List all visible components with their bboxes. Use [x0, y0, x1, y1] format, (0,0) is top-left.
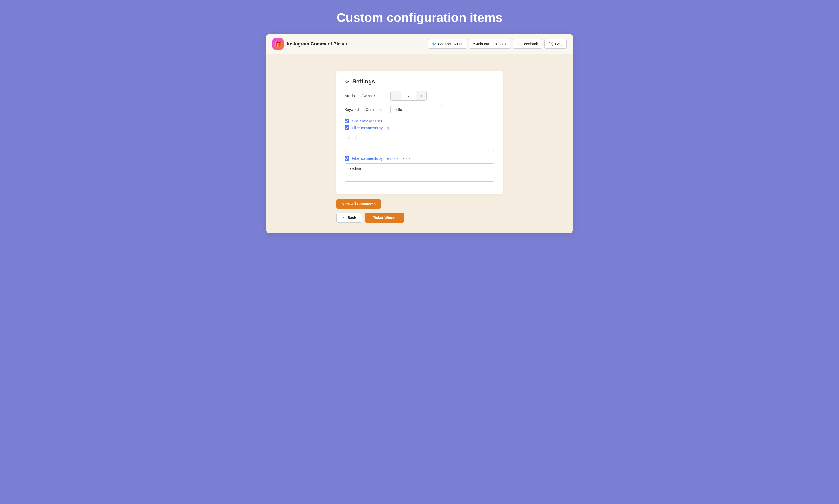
winner-count-value: 2	[401, 92, 416, 100]
app-logo: 🎁 Instagram Comment Picker	[272, 38, 347, 50]
decrement-button[interactable]: −	[391, 91, 401, 100]
keywords-label: Keywords In Comment	[345, 108, 386, 112]
number-input-group: − 2 +	[390, 91, 427, 101]
settings-title: Settings	[353, 78, 375, 85]
mentions-textarea[interactable]: jaychou	[345, 163, 494, 182]
back-button[interactable]: ← Back	[336, 213, 362, 223]
gear-icon: ⚙	[345, 78, 350, 85]
filter-mentions-label[interactable]: Filter comments by mentions friends	[352, 156, 410, 161]
filter-tags-label[interactable]: Filter comments by tags	[352, 126, 391, 130]
app-logo-icon: 🎁	[272, 38, 284, 50]
number-of-winner-label: Number Of Winner	[345, 94, 386, 98]
app-name: Instagram Comment Picker	[287, 41, 347, 47]
app-header: 🎁 Instagram Comment Picker 🐦 Chat on Twi…	[266, 34, 573, 54]
faq-label: FAQ	[555, 42, 562, 46]
facebook-icon: f	[473, 42, 475, 46]
one-entry-label[interactable]: One entry per user	[352, 119, 382, 123]
facebook-button[interactable]: f Join our Facebook	[469, 39, 511, 49]
bottom-buttons: ← Back Picker Winner	[336, 213, 503, 223]
filter-tags-row: Filter comments by tags	[345, 125, 494, 130]
feedback-icon: ✈	[517, 42, 520, 46]
filter-tags-checkbox[interactable]	[345, 125, 349, 130]
one-entry-checkbox[interactable]	[345, 119, 349, 123]
keywords-row: Keywords In Comment	[345, 105, 494, 114]
back-label: Back	[347, 216, 356, 220]
tags-textarea[interactable]: good	[345, 133, 494, 151]
faq-icon: ?	[549, 41, 553, 46]
number-of-winner-row: Number Of Winner − 2 +	[345, 91, 494, 101]
filter-mentions-row: Filter comments by mentions friends	[345, 156, 494, 161]
facebook-label: Join our Facebook	[476, 42, 506, 46]
app-window: 🎁 Instagram Comment Picker 🐦 Chat on Twi…	[266, 34, 573, 233]
picker-winner-button[interactable]: Picker Winner	[365, 213, 404, 223]
back-arrow-icon[interactable]: ←	[276, 60, 281, 66]
feedback-button[interactable]: ✈ Feedback	[513, 39, 542, 49]
twitter-button[interactable]: 🐦 Chat on Twitter	[428, 39, 467, 49]
one-entry-row: One entry per user	[345, 119, 494, 123]
view-all-comments-button[interactable]: View All Comments	[336, 199, 381, 209]
twitter-icon: 🐦	[432, 42, 436, 46]
app-body: ← ⚙ Settings Number Of Winner − 2 + Keyw…	[266, 54, 573, 233]
increment-button[interactable]: +	[416, 91, 427, 100]
settings-card: ⚙ Settings Number Of Winner − 2 + Keywor…	[336, 71, 503, 194]
twitter-label: Chat on Twitter	[438, 42, 462, 46]
faq-button[interactable]: ? FAQ	[544, 39, 567, 49]
header-nav: 🐦 Chat on Twitter f Join our Facebook ✈ …	[428, 39, 567, 49]
settings-header: ⚙ Settings	[345, 78, 494, 85]
keywords-input[interactable]	[390, 105, 442, 114]
back-arrow-left-icon: ←	[342, 216, 346, 220]
action-area: View All Comments ← Back Picker Winner	[336, 199, 503, 223]
page-title: Custom configuration items	[337, 11, 502, 25]
feedback-label: Feedback	[522, 42, 538, 46]
filter-mentions-checkbox[interactable]	[345, 156, 349, 161]
